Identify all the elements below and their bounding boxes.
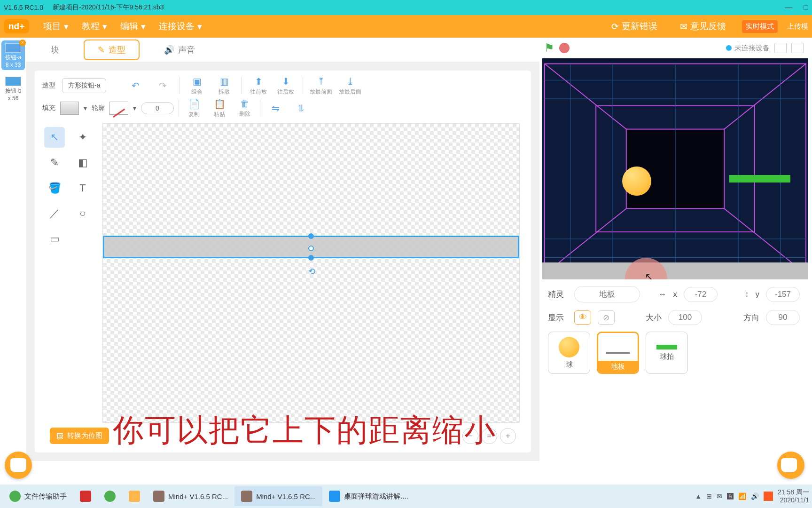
green-flag-button[interactable]: ⚑ <box>544 41 554 55</box>
direction-input[interactable]: 90 <box>766 310 800 325</box>
size-input[interactable]: 100 <box>668 310 702 325</box>
reshape-tool[interactable]: ✦ <box>72 127 93 148</box>
taskbar-wechat[interactable]: 文件传输助手 <box>3 486 73 506</box>
stage-ball[interactable] <box>622 167 651 196</box>
group-button[interactable]: ▣组合 <box>187 76 207 96</box>
sprite-name-input[interactable]: 地板 <box>574 286 640 302</box>
taskbar-netease[interactable] <box>73 486 98 506</box>
forward-button[interactable]: ⬆往前放 <box>248 76 269 96</box>
flipv-button[interactable]: ⥮ <box>290 103 311 114</box>
show-button[interactable]: 👁 <box>574 310 591 325</box>
stroke-label: 轮廓 <box>92 104 105 112</box>
drawing-canvas[interactable]: ⟲ <box>102 123 520 423</box>
line-tool[interactable]: ／ <box>44 203 65 224</box>
taskbar-browser[interactable] <box>98 486 122 506</box>
costume-name-input[interactable]: 方形按钮-a <box>62 78 106 93</box>
realtime-mode[interactable]: 实时模式 <box>742 20 778 33</box>
sprite-ball[interactable]: 球 <box>548 332 590 374</box>
feedback[interactable]: ✉意见反馈 <box>680 20 726 32</box>
stage-backdrop <box>542 58 808 279</box>
stage-floor[interactable] <box>542 262 808 279</box>
volume-icon[interactable]: 🔊 <box>751 492 759 500</box>
resize-handle-bottom[interactable] <box>308 255 314 261</box>
zoom-in-button[interactable]: + <box>500 428 516 444</box>
taskbar-mindplus-2[interactable]: Mind+ V1.6.5 RC... <box>234 486 322 506</box>
x-icon: ↔ <box>659 290 667 299</box>
sprite-floor[interactable]: 地板 <box>597 332 639 374</box>
convert-bitmap-button[interactable]: 🖼 转换为位图 <box>50 428 109 444</box>
center-column: 块 ✎造型 🔊声音 造型 方形按钮-a ↶ ↷ ▣组合 ▥拆散 ⬆往前放 ⬇往后… <box>26 38 539 461</box>
tray-icon[interactable]: ✉ <box>717 492 722 500</box>
menu-connect[interactable]: 连接设备▾ <box>159 20 202 32</box>
tray-icon[interactable]: 🅰 <box>727 492 734 500</box>
stage-paddle[interactable] <box>729 175 790 183</box>
taskbar-mindplus-1[interactable]: Mind+ V1.6.5 RC... <box>147 486 234 506</box>
select-tool[interactable]: ↖ <box>44 127 65 148</box>
app-version: V1.6.5 RC1.0 <box>4 4 43 11</box>
fliph-button[interactable]: ⇋ <box>265 103 286 114</box>
rotate-handle[interactable]: ⟲ <box>308 266 314 272</box>
backmost-button[interactable]: ⤓放最后面 <box>339 76 361 96</box>
tray-icon[interactable]: ▲ <box>695 492 702 500</box>
brush-tool[interactable]: ✎ <box>44 152 65 173</box>
stage[interactable]: ↖ <box>542 58 808 279</box>
copy-button[interactable]: 📄复制 <box>184 98 204 119</box>
close-icon[interactable]: × <box>19 40 26 46</box>
costume-editor: 造型 方形按钮-a ↶ ↷ ▣组合 ▥拆散 ⬆往前放 ⬇往后放 ⤒放最前面 ⤓放… <box>35 71 531 452</box>
undo-button[interactable]: ↶ <box>125 80 146 91</box>
resize-handle-top[interactable] <box>308 233 314 239</box>
fill-swatch[interactable] <box>60 102 79 115</box>
minimize-button[interactable]: — <box>785 3 792 12</box>
costume-thumb-a[interactable]: × 按钮-a 8 x 33 <box>1 40 25 70</box>
eraser-tool[interactable]: ◧ <box>72 152 93 173</box>
sprite-properties: 精灵 地板 ↔ x -72 ↕ y -157 显示 👁 ⊘ 大小 100 方向 <box>539 279 808 332</box>
update-errors[interactable]: ⟳更新错误 <box>611 20 657 32</box>
maximize-button[interactable]: □ <box>804 3 808 12</box>
menu-edit[interactable]: 编辑▾ <box>120 20 146 32</box>
clock[interactable]: 21:58 周一 2020/11/1 <box>778 488 809 504</box>
menu-project[interactable]: 项目▾ <box>43 20 69 32</box>
tab-costume[interactable]: ✎造型 <box>84 40 140 60</box>
stroke-width-input[interactable]: 0 <box>141 102 174 114</box>
delete-button[interactable]: 🗑删除 <box>234 98 255 118</box>
browser-icon <box>104 491 116 502</box>
circle-tool[interactable]: ○ <box>72 203 93 224</box>
move-handle[interactable] <box>308 246 314 251</box>
taskbar-wps[interactable]: 桌面弹球游戏讲解.... <box>322 486 415 506</box>
mindplus-icon <box>153 491 164 502</box>
x-input[interactable]: -72 <box>684 287 718 302</box>
tabs: 块 ✎造型 🔊声音 <box>26 38 539 62</box>
tray-icon[interactable]: ⊞ <box>706 492 712 500</box>
ungroup-button[interactable]: ▥拆散 <box>214 76 234 96</box>
image-icon: 🖼 <box>56 432 63 440</box>
backward-button[interactable]: ⬇往后放 <box>275 76 296 96</box>
menu-tutorial[interactable]: 教程▾ <box>82 20 107 32</box>
paste-button[interactable]: 📋粘贴 <box>209 98 230 119</box>
taskbar-explorer[interactable] <box>122 486 147 506</box>
stroke-swatch[interactable] <box>109 102 128 115</box>
fill-label: 填充 <box>42 104 55 112</box>
stage-small-button[interactable] <box>774 43 787 53</box>
y-input[interactable]: -157 <box>766 287 800 302</box>
stage-large-button[interactable] <box>791 43 804 53</box>
system-tray: ▲ ⊞ ✉ 🅰 📶 🔊 21:58 周一 2020/11/1 <box>695 488 809 504</box>
tab-blocks[interactable]: 块 <box>38 40 72 59</box>
hide-button[interactable]: ⊘ <box>598 310 615 325</box>
sprite-paddle[interactable]: 球拍 <box>646 332 688 374</box>
tab-sound[interactable]: 🔊声音 <box>151 40 208 59</box>
add-costume-fab[interactable] <box>5 452 32 479</box>
frontmost-button[interactable]: ⤒放最前面 <box>310 76 332 96</box>
add-sprite-fab[interactable] <box>777 452 804 479</box>
wifi-icon[interactable]: 📶 <box>738 492 746 500</box>
stop-button[interactable] <box>559 43 570 53</box>
redo-button[interactable]: ↷ <box>152 80 173 91</box>
upload-mode[interactable]: 上传模 <box>787 22 808 31</box>
selected-shape[interactable]: ⟲ <box>103 236 519 258</box>
sogou-icon[interactable] <box>764 492 773 501</box>
rect-tool[interactable]: ▭ <box>44 229 65 249</box>
titlebar: V1.6.5 RC1.0 新建项目-2020/11/16-下午9:56:21.s… <box>0 0 812 15</box>
text-tool[interactable]: T <box>72 178 93 198</box>
costume-thumb-b[interactable]: 按钮-b x 56 <box>1 74 25 103</box>
fill-tool[interactable]: 🪣 <box>44 178 65 198</box>
subtitle-text: 你可以把它上下的距离缩小 <box>113 409 496 452</box>
